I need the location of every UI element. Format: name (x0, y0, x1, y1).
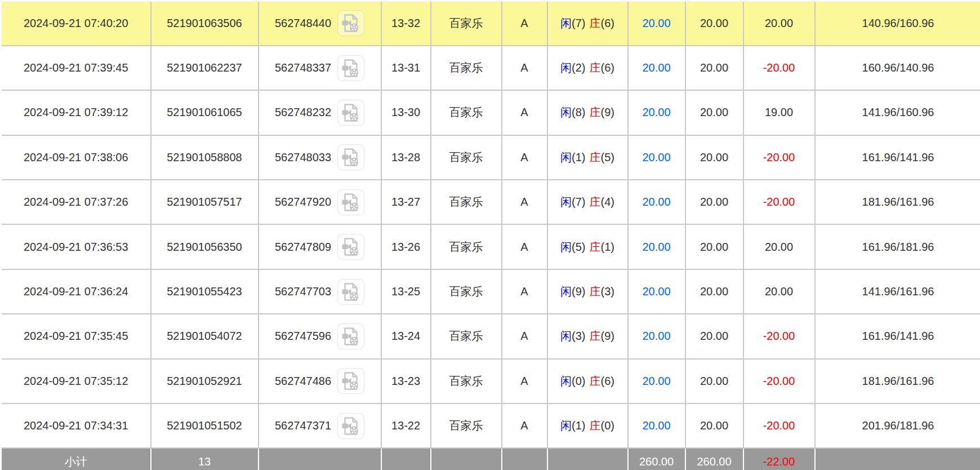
bet-time: 2024-09-21 07:36:24 (1, 269, 151, 314)
round-number: 13-23 (381, 359, 431, 404)
game-result: 闲(1)庄(5) (547, 135, 628, 180)
bet-amount-link[interactable]: 20.00 (642, 17, 670, 29)
bet-amount-link[interactable]: 20.00 (642, 151, 670, 163)
video-replay-button[interactable] (337, 279, 364, 305)
game-serial: 562748033 (275, 151, 331, 164)
game-result: 闲(9)庄(3) (547, 269, 628, 314)
game-name: 百家乐 (431, 224, 502, 269)
banker-result-points: (9) (601, 106, 614, 118)
video-replay-button[interactable] (337, 323, 364, 349)
subtotal-empty-cell (502, 448, 547, 470)
round-number: 13-24 (381, 314, 431, 358)
video-replay-button[interactable] (337, 234, 364, 260)
table-row[interactable]: 2024-09-21 07:38:06 521901058808 5627480… (1, 135, 980, 180)
table-row[interactable]: 2024-09-21 07:37:26 521901057517 5627479… (1, 180, 980, 224)
player-result-label: 闲 (560, 17, 572, 29)
bet-amount-link[interactable]: 20.00 (642, 375, 670, 387)
video-replay-button[interactable] (337, 189, 364, 215)
bet-amount-link[interactable]: 20.00 (642, 241, 670, 253)
bet-time: 2024-09-21 07:40:20 (1, 1, 151, 46)
bet-amount-link[interactable]: 20.00 (642, 330, 670, 342)
video-replay-button[interactable] (337, 100, 364, 126)
game-serial-cell: 562747703 (259, 269, 381, 314)
table-row[interactable]: 2024-09-21 07:40:20 521901063506 5627484… (1, 1, 980, 46)
bet-amount-link[interactable]: 20.00 (642, 106, 670, 118)
banker-result-points: (0) (601, 419, 614, 432)
game-name: 百家乐 (431, 404, 502, 448)
bet-amount-link[interactable]: 20.00 (642, 285, 670, 298)
banker-result-points: (9) (601, 330, 614, 342)
order-id: 521901063506 (151, 1, 259, 46)
player-result-label: 闲 (560, 375, 572, 387)
order-id: 521901062237 (151, 46, 259, 90)
banker-result-label: 庄 (590, 330, 601, 342)
round-number: 13-32 (381, 1, 431, 46)
game-serial-cell: 562748033 (259, 135, 381, 180)
bet-records-table: 2024-09-21 07:40:20 521901063506 5627484… (0, 0, 980, 470)
valid-amount: 20.00 (685, 135, 743, 180)
balance: 181.96/161.96 (815, 359, 980, 404)
game-result: 闲(8)庄(9) (547, 90, 628, 135)
player-result-points: (0) (572, 375, 585, 387)
subtotal-empty-cell (431, 448, 502, 470)
banker-result-points: (6) (601, 61, 614, 74)
subtotal-valid-total: 260.00 (685, 448, 743, 470)
table-row[interactable]: 2024-09-21 07:39:45 521901062237 5627483… (1, 46, 980, 90)
table-row[interactable]: 2024-09-21 07:39:12 521901061065 5627482… (1, 90, 980, 135)
banker-result-points: (1) (601, 241, 614, 253)
game-name: 百家乐 (431, 1, 502, 46)
banker-result-label: 庄 (590, 61, 601, 74)
game-result: 闲(5)庄(1) (547, 224, 628, 269)
game-serial-cell: 562747371 (259, 404, 381, 448)
banker-result-label: 庄 (590, 196, 601, 208)
bet-amount-link[interactable]: 20.00 (642, 196, 670, 208)
game-serial: 562748232 (275, 106, 331, 119)
game-serial: 562747809 (275, 241, 331, 254)
game-result: 闲(0)庄(6) (547, 359, 628, 404)
subtotal-empty-cell (259, 448, 381, 470)
balance: 181.96/161.96 (815, 180, 980, 224)
banker-result-label: 庄 (590, 241, 601, 253)
win-loss: 20.00 (743, 269, 815, 314)
table-row[interactable]: 2024-09-21 07:35:45 521901054072 5627475… (1, 314, 980, 358)
bet-amount-cell: 20.00 (628, 314, 685, 358)
player-result-points: (7) (572, 17, 585, 29)
bet-amount-cell: 20.00 (628, 135, 685, 180)
banker-result-label: 庄 (590, 285, 601, 298)
bet-amount-link[interactable]: 20.00 (642, 419, 670, 432)
table-row[interactable]: 2024-09-21 07:35:12 521901052921 5627474… (1, 359, 980, 404)
video-replay-button[interactable] (337, 368, 364, 394)
game-name: 百家乐 (431, 359, 502, 404)
valid-amount: 20.00 (685, 1, 743, 46)
player-result-label: 闲 (560, 196, 572, 208)
table-row[interactable]: 2024-09-21 07:36:53 521901056350 5627478… (1, 224, 980, 269)
banker-result-label: 庄 (590, 106, 601, 118)
player-result-points: (2) (572, 61, 585, 74)
video-replay-button[interactable] (337, 144, 364, 170)
round-number: 13-30 (381, 90, 431, 135)
balance: 141.96/160.96 (815, 90, 980, 135)
table-name: A (502, 404, 547, 448)
bet-time: 2024-09-21 07:39:12 (1, 90, 151, 135)
bet-amount-cell: 20.00 (628, 359, 685, 404)
table-row[interactable]: 2024-09-21 07:34:31 521901051502 5627473… (1, 404, 980, 448)
video-replay-button[interactable] (337, 10, 364, 36)
player-result-label: 闲 (560, 106, 572, 118)
table-row[interactable]: 2024-09-21 07:36:24 521901055423 5627477… (1, 269, 980, 314)
order-id: 521901058808 (151, 135, 259, 180)
round-number: 13-31 (381, 46, 431, 90)
video-replay-button[interactable] (337, 413, 364, 439)
player-result-points: (7) (572, 196, 585, 208)
order-id: 521901055423 (151, 269, 259, 314)
video-replay-icon (341, 371, 361, 391)
video-replay-icon (341, 282, 361, 302)
win-loss: -20.00 (743, 180, 815, 224)
balance: 161.96/141.96 (815, 314, 980, 358)
valid-amount: 20.00 (685, 314, 743, 358)
bet-time: 2024-09-21 07:38:06 (1, 135, 151, 180)
video-replay-button[interactable] (337, 55, 364, 81)
player-result-label: 闲 (560, 61, 572, 74)
bet-amount-cell: 20.00 (628, 1, 685, 46)
round-number: 13-25 (381, 269, 431, 314)
bet-amount-link[interactable]: 20.00 (642, 61, 670, 74)
